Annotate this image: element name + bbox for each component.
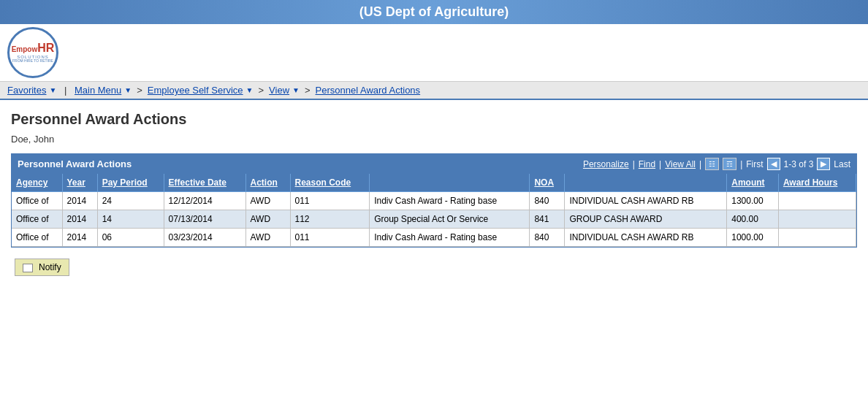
table-cell xyxy=(778,210,856,229)
table-cell xyxy=(778,229,856,247)
nav-sep-1: | xyxy=(61,85,69,96)
table-cell: 841 xyxy=(530,210,565,229)
next-page-btn[interactable]: ▶ xyxy=(817,158,830,170)
table-cell: 2014 xyxy=(62,210,97,229)
table-cell: 1000.00 xyxy=(727,229,779,247)
table-cell: 07/13/2014 xyxy=(164,210,245,229)
table-cell: 2014 xyxy=(62,229,97,247)
table-cell: 112 xyxy=(290,210,370,229)
table-cell: 12/12/2014 xyxy=(164,192,245,210)
banner-text: (US Dept of Agriculture) xyxy=(359,4,509,19)
table-icon-btn[interactable]: ☶ xyxy=(723,158,736,170)
notify-area: Notify xyxy=(11,259,857,276)
nav-sep-4: > xyxy=(305,85,311,96)
table-cell: INDIVIDUAL CASH AWARD RB xyxy=(565,229,727,247)
table-row: Office of20142412/12/2014AWD011Indiv Cas… xyxy=(12,192,856,210)
col-noa-desc xyxy=(565,174,727,192)
notify-label: Notify xyxy=(39,262,61,272)
table-controls: Personalize | Find | View All | ☷ ☶ | Fi… xyxy=(583,158,850,170)
nav-sep-3: > xyxy=(258,85,264,96)
table-cell: 24 xyxy=(97,192,164,210)
table-row: Office of20140603/23/2014AWD011Indiv Cas… xyxy=(12,229,856,247)
col-description xyxy=(370,174,530,192)
col-pay-period: Pay Period xyxy=(97,174,164,192)
award-actions-table-section: Personnel Award Actions Personalize | Fi… xyxy=(11,153,857,248)
logo-hr: HR xyxy=(37,42,54,54)
prev-page-btn[interactable]: ◀ xyxy=(767,158,780,170)
table-cell xyxy=(778,192,856,210)
table-cell: 400.00 xyxy=(727,210,779,229)
logo-tagline: FROM HIRE TO RETIRE xyxy=(12,59,55,64)
nav-favorites-dropdown[interactable]: ▼ xyxy=(49,86,56,94)
table-cell: Office of xyxy=(12,210,62,229)
table-cell: AWD xyxy=(245,210,290,229)
table-cell: Office of xyxy=(12,192,62,210)
logo-empow: Empow xyxy=(12,45,38,53)
first-label: First xyxy=(746,159,763,169)
col-effective-date: Effective Date xyxy=(164,174,245,192)
table-cell: 011 xyxy=(290,192,370,210)
nav-bar: Favorites ▼ | Main Menu ▼ > Employee Sel… xyxy=(0,82,868,100)
col-action: Action xyxy=(245,174,290,192)
personalize-link[interactable]: Personalize xyxy=(583,159,629,169)
col-award-hours: Award Hours xyxy=(778,174,856,192)
view-all-link[interactable]: View All xyxy=(665,159,696,169)
table-cell: AWD xyxy=(245,192,290,210)
table-title: Personnel Award Actions xyxy=(18,158,132,169)
header-area: EmpowHR SOLUTIONS FROM HIRE TO RETIRE xyxy=(0,24,868,82)
nav-favorites[interactable]: Favorites xyxy=(7,85,46,96)
table-cell: 03/23/2014 xyxy=(164,229,245,247)
logo-container: EmpowHR SOLUTIONS FROM HIRE TO RETIRE xyxy=(7,27,58,78)
logo: EmpowHR SOLUTIONS FROM HIRE TO RETIRE xyxy=(7,27,58,78)
table-cell: 840 xyxy=(530,229,565,247)
col-noa: NOA xyxy=(530,174,565,192)
pagination-info: 1-3 of 3 xyxy=(784,159,814,169)
nav-view[interactable]: View xyxy=(269,85,289,96)
data-table: Agency Year Pay Period Effective Date Ac… xyxy=(12,174,856,247)
table-cell: 840 xyxy=(530,192,565,210)
table-row: Office of20141407/13/2014AWD112Group Spe… xyxy=(12,210,856,229)
grid-icon-btn[interactable]: ☷ xyxy=(705,158,719,170)
table-cell: Office of xyxy=(12,229,62,247)
col-year: Year xyxy=(62,174,97,192)
nav-sep-2: > xyxy=(137,85,142,96)
table-cell: 14 xyxy=(97,210,164,229)
page-content: Personnel Award Actions Doe, John Person… xyxy=(0,100,868,287)
table-cell: AWD xyxy=(245,229,290,247)
table-cell: INDIVIDUAL CASH AWARD RB xyxy=(565,192,727,210)
table-cell: 2014 xyxy=(62,192,97,210)
table-cell: Indiv Cash Award - Rating base xyxy=(370,229,530,247)
table-cell: Group Special Act Or Service xyxy=(370,210,530,229)
table-cell: 1300.00 xyxy=(727,192,779,210)
col-agency: Agency xyxy=(12,174,62,192)
find-link[interactable]: Find xyxy=(639,159,655,169)
notify-button[interactable]: Notify xyxy=(15,259,69,276)
nav-view-dropdown[interactable]: ▼ xyxy=(292,86,300,94)
last-label: Last xyxy=(834,159,850,169)
table-cell: GROUP CASH AWARD xyxy=(565,210,727,229)
nav-ess-dropdown[interactable]: ▼ xyxy=(246,86,254,94)
employee-name: Doe, John xyxy=(11,134,857,145)
col-amount: Amount xyxy=(727,174,779,192)
table-header-bar: Personnel Award Actions Personalize | Fi… xyxy=(12,154,856,174)
nav-main-menu[interactable]: Main Menu xyxy=(75,85,121,96)
notify-icon xyxy=(23,264,33,272)
col-reason-code: Reason Code xyxy=(290,174,370,192)
nav-personnel-award-actions[interactable]: Personnel Award Actions xyxy=(316,85,421,96)
table-cell: 06 xyxy=(97,229,164,247)
top-banner: (US Dept of Agriculture) xyxy=(0,0,868,24)
nav-employee-self-service[interactable]: Employee Self Service xyxy=(148,85,243,96)
nav-main-menu-dropdown[interactable]: ▼ xyxy=(124,86,132,94)
table-cell: 011 xyxy=(290,229,370,247)
table-cell: Indiv Cash Award - Rating base xyxy=(370,192,530,210)
page-title: Personnel Award Actions xyxy=(11,111,857,128)
